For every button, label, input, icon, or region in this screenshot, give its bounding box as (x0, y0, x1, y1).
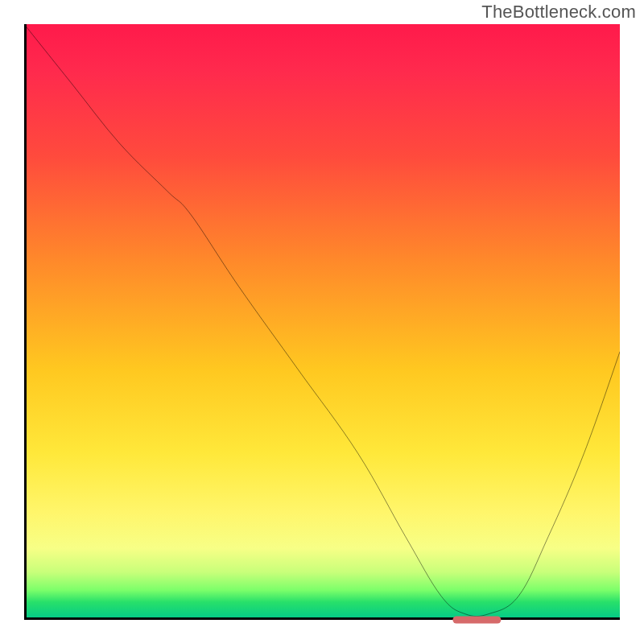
watermark-text: TheBottleneck.com (481, 2, 636, 23)
baseline-marker (453, 617, 501, 624)
plot-area (24, 24, 620, 620)
line-curve (24, 24, 620, 620)
chart-container: TheBottleneck.com (0, 0, 644, 644)
